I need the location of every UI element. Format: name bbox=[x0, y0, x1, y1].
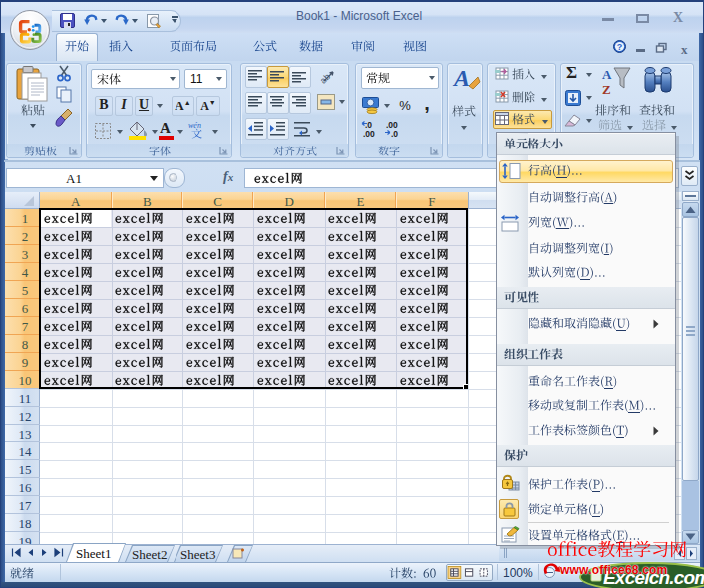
svg-text:.00: .00 bbox=[363, 129, 375, 139]
svg-text:ab: ab bbox=[318, 72, 332, 86]
svg-text:.0: .0 bbox=[391, 129, 398, 139]
svg-text:Z: Z bbox=[602, 82, 611, 97]
svg-text:?: ? bbox=[617, 42, 623, 52]
svg-text:A: A bbox=[452, 65, 470, 91]
svg-text:A: A bbox=[602, 67, 612, 82]
